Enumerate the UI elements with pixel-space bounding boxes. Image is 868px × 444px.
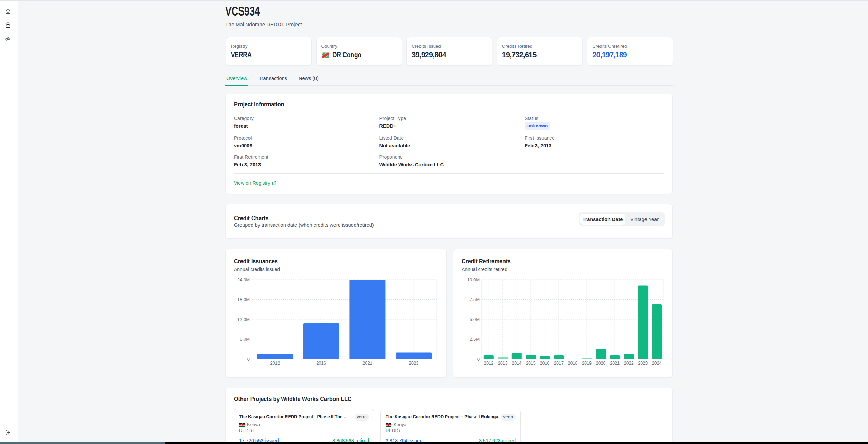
svg-text:2023: 2023 [638, 361, 648, 366]
svg-text:2022: 2022 [624, 361, 634, 366]
svg-text:2014: 2014 [512, 361, 521, 366]
svg-text:24.0M: 24.0M [237, 277, 250, 282]
svg-text:2012: 2012 [270, 360, 280, 366]
svg-text:2024: 2024 [652, 361, 662, 366]
svg-text:2023: 2023 [409, 360, 419, 366]
svg-text:2020: 2020 [596, 361, 606, 366]
svg-text:12.0M: 12.0M [237, 317, 250, 322]
svg-text:2017: 2017 [554, 361, 564, 366]
svg-text:2021: 2021 [362, 360, 372, 366]
svg-text:0: 0 [247, 357, 250, 362]
svg-text:7.5M: 7.5M [470, 297, 480, 302]
svg-text:2012: 2012 [484, 361, 493, 366]
svg-text:2019: 2019 [582, 361, 592, 366]
svg-text:2013: 2013 [498, 361, 508, 366]
svg-text:10.0M: 10.0M [467, 277, 480, 282]
svg-text:2016: 2016 [540, 361, 549, 366]
svg-text:2015: 2015 [526, 361, 536, 366]
svg-text:5.0M: 5.0M [470, 317, 480, 322]
svg-text:0: 0 [477, 357, 480, 362]
svg-text:18.0M: 18.0M [237, 297, 250, 302]
svg-text:2021: 2021 [610, 361, 620, 366]
svg-text:2016: 2016 [316, 360, 326, 366]
svg-text:2018: 2018 [568, 361, 578, 366]
svg-text:6.0M: 6.0M [240, 337, 250, 342]
svg-text:2.5M: 2.5M [470, 337, 480, 342]
